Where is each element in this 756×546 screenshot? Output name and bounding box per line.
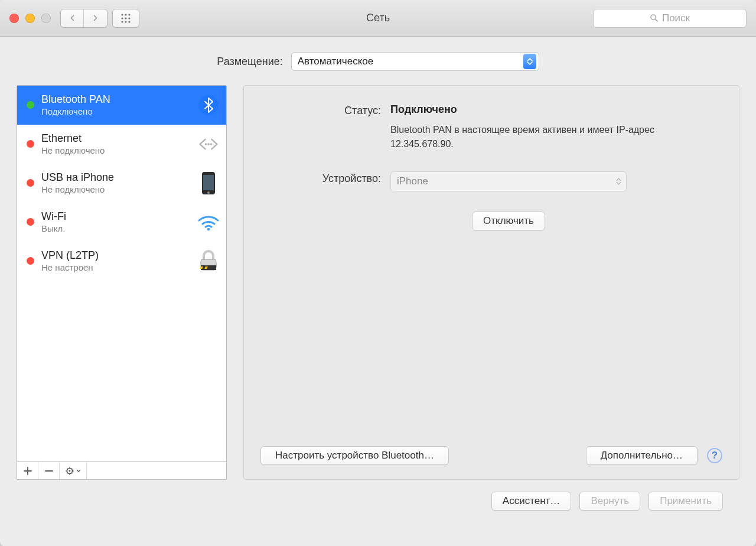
status-dot-disconnected [27, 140, 34, 148]
iphone-icon [197, 171, 220, 195]
grid-icon [120, 13, 131, 24]
minimize-window-button[interactable] [25, 14, 35, 23]
show-all-button[interactable] [112, 9, 139, 28]
search-placeholder: Поиск [662, 12, 690, 24]
titlebar: Сеть Поиск [0, 0, 756, 37]
apply-button[interactable]: Применить [649, 492, 723, 511]
back-button[interactable] [61, 9, 84, 27]
service-item-bluetooth-pan[interactable]: Bluetooth PAN Подключено [17, 86, 226, 125]
panel-bottom-row: Настроить устройство Bluetooth… Дополнит… [260, 446, 722, 465]
svg-point-1 [125, 14, 126, 15]
service-status: Не подключено [41, 145, 190, 155]
service-sidebar: Bluetooth PAN Подключено Ethernet Не под… [17, 85, 227, 480]
status-dot-disconnected [27, 257, 34, 265]
service-name: Wi-Fi [41, 210, 190, 223]
network-preferences-window: Сеть Поиск Размещение: Автоматическое [0, 0, 756, 546]
location-label: Размещение: [217, 56, 282, 68]
status-value: Подключено [390, 103, 722, 116]
add-service-button[interactable] [17, 462, 38, 479]
forward-button[interactable] [84, 9, 107, 27]
svg-point-2 [128, 14, 130, 15]
advanced-button[interactable]: Дополнительно… [586, 446, 698, 465]
gear-icon [66, 466, 75, 476]
svg-rect-16 [203, 175, 214, 190]
device-popup[interactable]: iPhone [390, 171, 627, 191]
svg-line-10 [655, 19, 657, 21]
nav-back-forward [60, 9, 107, 28]
chevron-right-icon [92, 15, 99, 21]
svg-point-3 [121, 17, 123, 19]
bluetooth-icon [197, 93, 220, 117]
svg-point-5 [128, 17, 130, 19]
status-dot-disconnected [27, 218, 34, 226]
configure-bluetooth-button[interactable]: Настроить устройство Bluetooth… [260, 446, 449, 465]
device-label: Устройство: [260, 171, 390, 191]
status-dot-connected [27, 101, 34, 109]
service-item-usb-iphone[interactable]: USB на iPhone Не подключено [17, 164, 226, 203]
svg-point-8 [128, 21, 130, 22]
service-status: Не подключено [41, 184, 190, 194]
svg-point-4 [125, 17, 126, 19]
chevron-left-icon [69, 15, 76, 21]
disconnect-button[interactable]: Отключить [472, 212, 545, 230]
service-status: Выкл. [41, 223, 190, 233]
ethernet-icon [197, 132, 220, 156]
lock-icon [197, 249, 220, 273]
service-list: Bluetooth PAN Подключено Ethernet Не под… [17, 86, 226, 462]
popup-arrows-icon [523, 54, 536, 69]
svg-point-12 [205, 143, 207, 145]
detail-panel: Статус: Подключено Bluetooth PAN в насто… [243, 85, 739, 480]
minus-icon [45, 467, 53, 475]
content: Размещение: Автоматическое Bluetooth PAN [0, 37, 756, 511]
search-icon [650, 14, 659, 22]
action-menu-button[interactable] [60, 462, 87, 479]
status-description: Bluetooth PAN в настоящее время активен … [390, 123, 662, 151]
svg-point-17 [207, 191, 210, 194]
svg-point-25 [69, 470, 70, 472]
svg-rect-20 [201, 265, 216, 270]
help-button[interactable]: ? [707, 448, 722, 463]
svg-line-31 [71, 473, 72, 473]
status-row: Статус: Подключено Bluetooth PAN в насто… [260, 103, 722, 151]
chevron-down-icon [76, 469, 81, 473]
device-row: Устройство: iPhone [260, 171, 722, 191]
svg-point-14 [210, 143, 213, 145]
remove-service-button[interactable] [38, 462, 60, 479]
traffic-lights [9, 14, 51, 23]
plus-icon [24, 467, 32, 475]
popup-arrows-icon [616, 178, 621, 185]
service-name: Bluetooth PAN [41, 93, 190, 106]
service-item-vpn[interactable]: VPN (L2TP) Не настроен [17, 242, 226, 281]
svg-point-0 [121, 14, 123, 15]
service-status: Не настроен [41, 262, 190, 272]
svg-point-6 [121, 21, 123, 22]
disconnect-row: Отключить [260, 212, 722, 230]
search-field[interactable]: Поиск [593, 9, 747, 28]
device-value: iPhone [397, 176, 428, 187]
service-name: VPN (L2TP) [41, 249, 190, 262]
wifi-icon [197, 210, 220, 234]
svg-point-13 [207, 143, 210, 145]
zoom-window-button[interactable] [41, 14, 51, 23]
svg-line-30 [67, 468, 67, 469]
location-value: Автоматическое [298, 56, 373, 67]
status-dot-disconnected [27, 179, 34, 187]
location-row: Размещение: Автоматическое [17, 52, 739, 71]
assistant-button[interactable]: Ассистент… [491, 492, 572, 511]
svg-point-18 [207, 228, 210, 230]
service-status: Подключено [41, 106, 190, 116]
location-popup[interactable]: Автоматическое [291, 52, 539, 71]
status-label: Статус: [260, 103, 390, 151]
svg-line-33 [71, 468, 72, 469]
service-name: USB на iPhone [41, 171, 190, 184]
revert-button[interactable]: Вернуть [579, 492, 640, 511]
main-area: Bluetooth PAN Подключено Ethernet Не под… [17, 85, 739, 480]
close-window-button[interactable] [9, 14, 19, 23]
service-item-wifi[interactable]: Wi-Fi Выкл. [17, 203, 226, 242]
svg-line-32 [67, 473, 67, 473]
service-item-ethernet[interactable]: Ethernet Не подключено [17, 125, 226, 164]
footer-buttons: Ассистент… Вернуть Применить [17, 480, 739, 511]
svg-point-7 [125, 21, 126, 22]
sidebar-toolbar [17, 462, 226, 479]
service-name: Ethernet [41, 132, 190, 145]
